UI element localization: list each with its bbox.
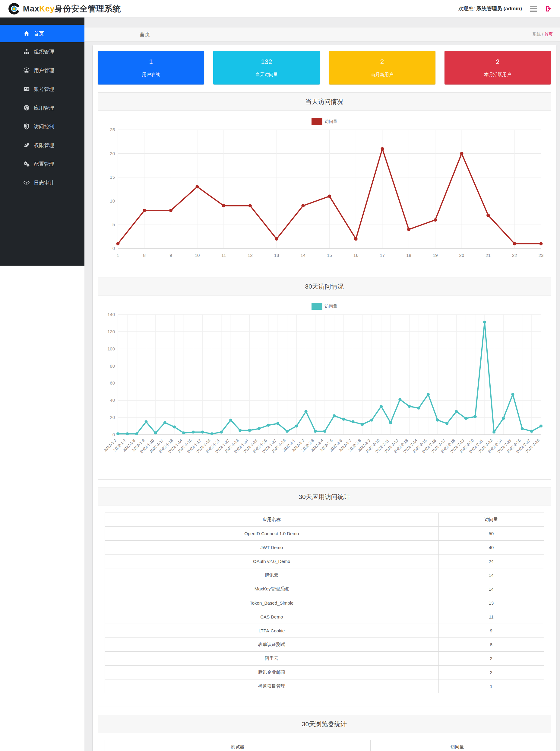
table-cell: 表单认证测试 [105, 638, 439, 652]
user-icon [23, 67, 29, 73]
sidebar-item-id-card[interactable]: 账号管理 [0, 80, 84, 98]
sidebar-item-eye[interactable]: 日志审计 [0, 173, 84, 192]
table-row: Token_Based_Simple13 [105, 596, 544, 610]
sidebar-item-label: 访问控制 [34, 123, 54, 130]
svg-text:11: 11 [221, 253, 226, 258]
svg-text:18: 18 [406, 253, 411, 258]
svg-text:20: 20 [459, 253, 464, 258]
table-cell: 1 [438, 679, 544, 693]
svg-text:22: 22 [512, 253, 517, 258]
svg-text:20: 20 [110, 151, 115, 156]
table-cell: LTPA-Cookie [105, 624, 439, 638]
table-cell: 腾讯云 [105, 569, 439, 582]
sidebar-item-home[interactable]: 首页 [0, 25, 84, 42]
table-row: JWT Demo40 [105, 541, 544, 555]
legend-label: 访问量 [325, 304, 337, 309]
stat-label: 当月新用户 [371, 72, 394, 78]
stat-value: 132 [261, 58, 272, 66]
welcome-text: 欢迎您: 系统管理员 (admin) [458, 5, 522, 12]
svg-text:20: 20 [110, 415, 115, 420]
menu-toggle-icon[interactable] [530, 6, 537, 12]
home-icon [23, 31, 29, 37]
svg-text:16: 16 [354, 253, 359, 258]
svg-text:12: 12 [247, 253, 253, 258]
sidebar-item-globe[interactable]: 应用管理 [0, 98, 84, 117]
table-cell: 8 [438, 638, 544, 652]
brand-title: MaxKey身份安全管理系统 [23, 3, 121, 14]
svg-text:23: 23 [539, 253, 544, 258]
sidebar-item-shield[interactable]: 访问控制 [0, 117, 84, 136]
svg-text:9: 9 [169, 253, 172, 258]
sidebar: 首页组织管理用户管理账号管理应用管理访问控制权限管理配置管理日志审计 [0, 18, 84, 751]
table-cell: 2 [438, 666, 544, 679]
breadcrumb-separator: / [541, 32, 544, 37]
column-header: 应用名称 [105, 513, 439, 527]
stat-card: 2当月新用户 [329, 51, 436, 84]
monthly-visits-legend: 访问量 [102, 303, 546, 310]
sidebar-item-sitemap[interactable]: 组织管理 [0, 42, 84, 61]
dashboard-panel: 1用户在线132当天访问量2当月新用户2本月活跃用户 当天访问情况 访问量 05… [93, 45, 556, 751]
logout-icon[interactable] [545, 5, 552, 12]
svg-text:14: 14 [300, 253, 305, 258]
svg-text:25: 25 [110, 127, 115, 132]
monthly-visits-title: 30天访问情况 [98, 277, 551, 295]
globe-icon [23, 105, 29, 111]
app-visits-table-title: 30天应用访问统计 [98, 488, 551, 506]
stat-card: 2本月活跃用户 [444, 51, 551, 84]
sidebar-item-leaf[interactable]: 权限管理 [0, 136, 84, 155]
stat-value: 2 [380, 58, 384, 66]
table-header-row: 浏览器访问量 [105, 740, 544, 751]
svg-text:40: 40 [110, 398, 115, 403]
column-header: 浏览器 [105, 740, 371, 751]
svg-text:1: 1 [117, 253, 119, 258]
daily-visits-panel: 当天访问情况 访问量 05101520251891011121314151617… [98, 92, 551, 269]
sidebar-nav: 首页组织管理用户管理账号管理应用管理访问控制权限管理配置管理日志审计 [0, 18, 84, 266]
sidebar-item-label: 配置管理 [34, 160, 54, 168]
table-cell: CAS Demo [105, 610, 439, 624]
app-header: MaxKey身份安全管理系统 欢迎您: 系统管理员 (admin) [0, 0, 560, 18]
sidebar-item-label: 用户管理 [34, 67, 54, 74]
sidebar-item-label: 日志审计 [34, 179, 54, 186]
cogs-icon [23, 161, 29, 167]
sidebar-item-cogs[interactable]: 配置管理 [0, 155, 84, 173]
column-header: 访问量 [438, 513, 544, 527]
shield-icon [23, 123, 29, 130]
table-cell: 阿里云 [105, 652, 439, 666]
table-row: 阿里云2 [105, 652, 544, 666]
sidebar-item-label: 账号管理 [34, 86, 54, 93]
table-header-row: 应用名称访问量 [105, 513, 544, 527]
browser-table-panel: 30天浏览器统计 浏览器访问量Chrome/91725Firefox/8434O… [98, 715, 551, 751]
sidebar-item-user[interactable]: 用户管理 [0, 61, 84, 80]
eye-icon [23, 179, 29, 186]
table-row: 表单认证测试8 [105, 638, 544, 652]
table-cell: 40 [438, 541, 544, 555]
svg-text:15: 15 [327, 253, 332, 258]
maxkey-logo-icon [8, 2, 20, 15]
svg-text:10: 10 [110, 198, 115, 204]
monthly-visits-chart: 0204060801001201402022-1-22022-1-72022-1… [102, 310, 546, 473]
browser-table: 浏览器访问量Chrome/91725Firefox/8434Other1Chro… [105, 740, 544, 751]
breadcrumb: 首页 系统 / 首页 [84, 27, 560, 42]
stat-label: 用户在线 [142, 72, 160, 78]
stat-card: 132当天访问量 [213, 51, 320, 84]
table-cell: 14 [438, 582, 544, 596]
table-cell: OAuth v2.0_Demo [105, 555, 439, 569]
stat-cards-row: 1用户在线132当天访问量2当月新用户2本月活跃用户 [98, 51, 551, 84]
breadcrumb-current[interactable]: 首页 [544, 32, 553, 37]
table-cell: OpenID Connect 1.0 Demo [105, 527, 439, 541]
stat-label: 本月活跃用户 [484, 72, 511, 78]
table-cell: 11 [438, 610, 544, 624]
table-cell: 50 [438, 527, 544, 541]
table-row: 禅道项目管理1 [105, 679, 544, 693]
stat-value: 2 [496, 58, 499, 66]
app-visits-table: 应用名称访问量OpenID Connect 1.0 Demo50JWT Demo… [105, 513, 544, 693]
table-row: 腾讯云14 [105, 569, 544, 582]
table-row: OAuth v2.0_Demo24 [105, 555, 544, 569]
svg-text:21: 21 [485, 253, 491, 258]
svg-text:60: 60 [110, 380, 115, 385]
breadcrumb-root[interactable]: 系统 [532, 32, 541, 37]
table-row: 腾讯企业邮箱2 [105, 666, 544, 679]
table-cell: 9 [438, 624, 544, 638]
table-cell: 13 [438, 596, 544, 610]
app-visits-table-panel: 30天应用访问统计 应用名称访问量OpenID Connect 1.0 Demo… [98, 487, 551, 707]
